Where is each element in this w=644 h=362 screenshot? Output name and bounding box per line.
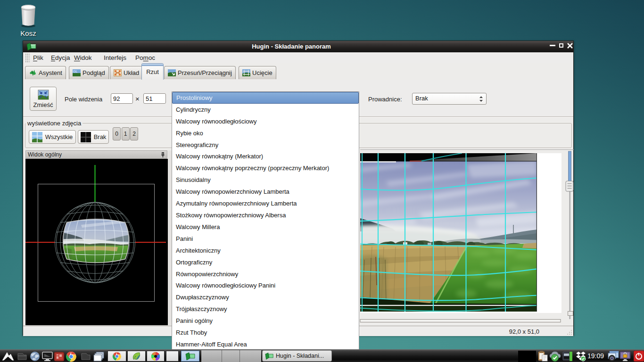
svg-text:GL: GL (73, 70, 77, 73)
